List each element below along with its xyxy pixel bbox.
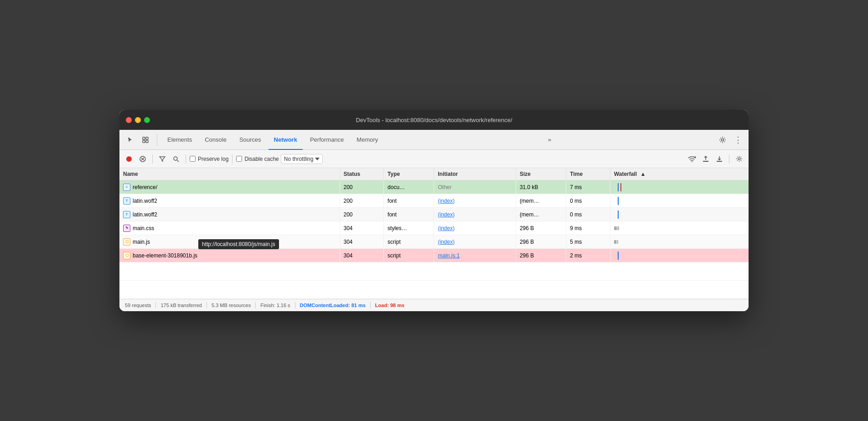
js-file-icon: ⬡ [123,252,130,259]
export-btn[interactable] [713,153,725,165]
table-row[interactable]: T latin.woff2 200 font (index) (mem… 0 m… [119,208,749,221]
tab-performance[interactable]: Performance [305,130,349,150]
size-cell: (mem… [516,194,566,208]
maximize-button[interactable] [144,117,150,123]
dots-icon: ⋮ [734,135,742,145]
col-type[interactable]: Type [384,168,434,180]
record-btn[interactable] [123,153,135,165]
waterfall-cell [610,221,749,235]
wifi-settings-btn[interactable]: ✦ [686,153,698,165]
waterfall-cell [610,194,749,208]
tab-separator [157,133,157,146]
tooltip: http://localhost:8080/js/main.js [198,239,279,249]
more-tabs-btn[interactable]: » [542,130,557,150]
size-cell: 296 B [516,249,566,262]
import-btn[interactable] [700,153,712,165]
settings-icon [736,155,743,162]
waterfall-cell [610,180,749,194]
upload-icon [703,156,709,162]
initiator-link[interactable]: main.js:1 [438,252,460,259]
col-status[interactable]: Status [340,168,384,180]
col-initiator[interactable]: Initiator [434,168,516,180]
net-sep-3 [232,154,232,164]
row-name: latin.woff2 [133,198,157,204]
filter-btn[interactable] [156,153,168,165]
throttle-select[interactable]: No throttling [281,154,323,164]
transferred-size: 175 kB transferred [160,303,202,308]
size-cell: 296 B [516,221,566,235]
row-name: main.js [133,239,150,245]
inspect-element-btn[interactable] [139,133,152,147]
initiator-link[interactable]: (index) [438,239,455,245]
tab-sources[interactable]: Sources [234,130,267,150]
initiator-cell: main.js:1 [434,249,516,262]
name-cell: ✎ main.css [119,221,340,235]
type-cell: font [384,194,434,208]
clear-btn[interactable] [137,153,149,165]
table-row[interactable]: T latin.woff2 200 font (index) (mem… 0 m… [119,194,749,208]
initiator-cell: (index) [434,194,516,208]
table-row[interactable]: ⬡ base-element-3018901b.js 304 script ma… [119,249,749,262]
table-row[interactable]: ≡ reference/ 200 docu… Other 31.0 kB 7 m… [119,180,749,194]
table-row[interactable]: ⬡ main.js http://localhost:8080/js/main.… [119,235,749,249]
gear-icon [719,136,726,144]
preserve-log-label[interactable]: Preserve log [190,156,228,162]
preserve-log-text: Preserve log [198,156,228,162]
name-cell: ≡ reference/ [119,180,340,194]
svg-rect-1 [146,137,148,139]
css-file-icon: ✎ [123,225,130,232]
js-file-icon: ⬡ [123,238,130,246]
col-waterfall[interactable]: Waterfall ▲ [610,168,749,180]
waterfall-label: Waterfall [614,171,637,177]
initiator-link[interactable]: (index) [438,225,455,231]
search-btn[interactable] [170,153,182,165]
table-row[interactable]: ✎ main.css 304 styles… (index) 296 B 9 m… [119,221,749,235]
time-cell: 9 ms [566,221,610,235]
cursor-icon-btn[interactable] [123,133,137,147]
inspect-icon [142,136,149,144]
wf-bar [614,226,617,230]
time-cell: 0 ms [566,194,610,208]
tab-memory[interactable]: Memory [351,130,383,150]
disable-cache-label[interactable]: Disable cache [236,156,279,162]
finish-time: Finish: 1.16 s [260,303,290,308]
minimize-button[interactable] [135,117,141,123]
svg-rect-3 [146,140,148,143]
size-cell: 31.0 kB [516,180,566,194]
close-button[interactable] [126,117,132,123]
net-settings-btn[interactable] [733,153,745,165]
wf-bar [617,226,619,230]
tab-bar: Elements Console Sources Network Perform… [119,130,749,150]
table-row-empty [119,262,749,281]
time-cell: 2 ms [566,249,610,262]
col-name[interactable]: Name [119,168,340,180]
search-icon [173,156,179,162]
name-cell: T latin.woff2 [119,194,340,208]
svg-point-14 [738,158,740,160]
tab-elements[interactable]: Elements [162,130,197,150]
settings-btn[interactable] [716,133,729,147]
type-cell: styles… [384,221,434,235]
doc-file-icon: ≡ [123,184,130,191]
initiator-link[interactable]: (index) [438,211,455,218]
col-size[interactable]: Size [516,168,566,180]
table-header-row: Name Status Type Initiator Size Time Wat… [119,168,749,180]
svg-point-4 [721,139,723,141]
more-options-btn[interactable]: ⋮ [731,133,745,147]
svg-point-5 [126,156,132,162]
record-icon [126,156,132,162]
row-name: reference/ [133,184,157,190]
initiator-link[interactable]: (index) [438,198,455,204]
status-cell: 304 [340,249,384,262]
type-cell: docu… [384,180,434,194]
tab-network[interactable]: Network [269,130,303,150]
cursor-icon [126,136,134,144]
dom-content-loaded: DOMContentLoaded: 81 ms [300,303,366,308]
disable-cache-checkbox[interactable] [236,156,242,162]
tab-console[interactable]: Console [199,130,232,150]
size-cell: (mem… [516,208,566,221]
requests-count: 59 requests [125,303,151,308]
col-time[interactable]: Time [566,168,610,180]
preserve-log-checkbox[interactable] [190,156,196,162]
status-sep-4 [295,302,295,308]
